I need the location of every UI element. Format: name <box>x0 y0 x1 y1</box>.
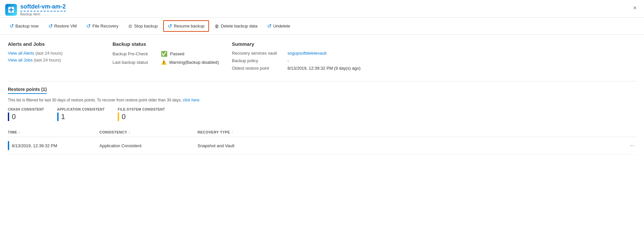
vault-value: sogupsoftdeletevault <box>287 51 326 56</box>
last-backup-status: Warning(Backup disabled) <box>169 60 219 65</box>
summary-section: Summary Recovery services vault sogupsof… <box>232 41 360 73</box>
title-bar: softdel-vm-am-2 Backup Item × <box>0 0 644 18</box>
policy-value: - <box>287 58 289 63</box>
time-header-label: TIME <box>8 130 17 134</box>
app-consistent-count: 1 <box>61 113 65 121</box>
summary-title: Summary <box>232 41 360 47</box>
app-consistent-label: APPLICATION CONSISTENT <box>57 108 105 111</box>
row-consistency-value: Application Consistent <box>99 143 142 148</box>
col-recovery-header[interactable]: RECOVERY TYPE ↑ <box>198 130 623 134</box>
last-backup-row: Last backup status ⚠️ Warning(Backup dis… <box>113 60 219 65</box>
backup-now-button[interactable]: ↺ Backup now <box>5 21 43 31</box>
row-recovery-cell: Snapshot and Vault <box>198 143 623 148</box>
warning-icon: ⚠️ <box>161 60 166 65</box>
col-time-header[interactable]: TIME ↕ <box>8 130 99 134</box>
stop-backup-label: Stop backup <box>134 24 158 28</box>
app-consistent-item: APPLICATION CONSISTENT 1 <box>57 108 105 121</box>
vault-row: Recovery services vault sogupsoftdeletev… <box>232 51 360 56</box>
app-bar-indicator <box>57 113 59 121</box>
recovery-sort-icon: ↑ <box>231 131 233 134</box>
table-header: TIME ↕ CONSISTENCY ↕ RECOVERY TYPE ↑ <box>8 128 636 137</box>
delete-backup-button[interactable]: 🗑 Delete backup data <box>210 21 262 31</box>
view-all-jobs-link[interactable]: View all Jobs (last 24 hours) <box>8 58 99 62</box>
vault-label: Recovery services vault <box>232 51 287 56</box>
backup-status-title: Backup status <box>113 41 219 47</box>
delete-backup-icon: 🗑 <box>215 24 219 29</box>
close-button[interactable]: × <box>631 4 639 12</box>
undelete-label: Undelete <box>273 24 290 28</box>
stop-backup-button[interactable]: ⊘ Stop backup <box>124 21 162 31</box>
title-text-block: softdel-vm-am-2 Backup Item <box>20 3 66 16</box>
restore-points-section: Restore points (1) This list is filtered… <box>8 87 636 154</box>
oldest-restore-value: 8/13/2019, 12:39:32 PM (9 day(s) ago) <box>287 66 360 71</box>
backup-now-label: Backup now <box>15 24 39 28</box>
consistency-sort-icon: ↕ <box>129 131 131 134</box>
app-icon <box>5 4 17 16</box>
consistency-bars: CRASH CONSISTENT 0 APPLICATION CONSISTEN… <box>8 108 636 121</box>
crash-bar-indicator <box>8 113 9 121</box>
oldest-restore-label: Oldest restore point <box>232 66 287 71</box>
file-recovery-button[interactable]: ↺ File Recovery <box>82 21 122 31</box>
restore-vm-label: Restore VM <box>54 24 77 28</box>
policy-row: Backup policy - <box>232 58 360 63</box>
click-here-link[interactable]: click here. <box>183 98 200 102</box>
consistency-header-label: CONSISTENCY <box>99 130 127 134</box>
recovery-header-label: RECOVERY TYPE <box>198 130 230 134</box>
view-all-alerts-link[interactable]: View all Alerts (last 24 hours) <box>8 51 99 56</box>
time-sort-icon: ↕ <box>18 131 20 134</box>
fs-consistent-label: FILE-SYSTEM CONSISTENT <box>118 108 165 111</box>
restore-vm-icon: ↺ <box>48 23 53 29</box>
restore-points-table: TIME ↕ CONSISTENCY ↕ RECOVERY TYPE ↑ 8/1… <box>8 128 636 154</box>
stop-backup-icon: ⊘ <box>128 23 132 29</box>
fs-consistent-count: 0 <box>122 113 126 121</box>
oldest-restore-row: Oldest restore point 8/13/2019, 12:39:32… <box>232 66 360 71</box>
delete-backup-label: Delete backup data <box>221 24 257 28</box>
last-backup-label: Last backup status <box>113 60 158 65</box>
policy-label: Backup policy <box>232 58 287 63</box>
toolbar: ↺ Backup now ↺ Restore VM ↺ File Recover… <box>0 18 644 35</box>
table-row: 8/13/2019, 12:39:32 PM Application Consi… <box>8 137 636 154</box>
summary-sections: Alerts and Jobs View all Alerts (last 24… <box>8 41 636 73</box>
pre-check-row: Backup Pre-Check ✅ Passed <box>113 51 219 57</box>
row-consistency-cell: Application Consistent <box>99 143 198 148</box>
row-recovery-value: Snapshot and Vault <box>198 143 235 148</box>
file-recovery-icon: ↺ <box>86 23 91 29</box>
row-time-cell: 8/13/2019, 12:39:32 PM <box>8 141 99 150</box>
passed-icon: ✅ <box>161 51 167 57</box>
row-actions-cell: ··· <box>623 142 636 149</box>
resume-backup-button[interactable]: ↺ Resume backup <box>163 20 209 32</box>
backup-status-section: Backup status Backup Pre-Check ✅ Passed … <box>113 41 219 73</box>
page-title: softdel-vm-am-2 <box>20 3 66 11</box>
undelete-button[interactable]: ↺ Undelete <box>263 21 294 31</box>
alerts-jobs-title: Alerts and Jobs <box>8 41 99 47</box>
alerts-jobs-section: Alerts and Jobs View all Alerts (last 24… <box>8 41 99 73</box>
col-consistency-header[interactable]: CONSISTENCY ↕ <box>99 130 198 134</box>
filter-info-text: This list is filtered for last 30 days o… <box>8 98 636 102</box>
backup-now-icon: ↺ <box>9 23 14 29</box>
vault-link[interactable]: sogupsoftdeletevault <box>287 51 326 56</box>
row-time-value: 8/13/2019, 12:39:32 PM <box>12 143 57 148</box>
row-actions-button[interactable]: ··· <box>628 142 636 149</box>
fs-consistent-item: FILE-SYSTEM CONSISTENT 0 <box>118 108 165 121</box>
resume-backup-label: Resume backup <box>174 24 204 28</box>
crash-consistent-count: 0 <box>12 113 16 121</box>
file-recovery-label: File Recovery <box>92 24 118 28</box>
row-indicator <box>8 141 9 150</box>
main-content: Alerts and Jobs View all Alerts (last 24… <box>0 35 644 161</box>
pre-check-label: Backup Pre-Check <box>113 51 158 56</box>
undelete-icon: ↺ <box>267 23 271 29</box>
fs-bar-indicator <box>118 113 119 121</box>
pre-check-status: Passed <box>170 51 184 56</box>
page-subtitle: Backup Item <box>20 12 66 16</box>
crash-consistent-label: CRASH CONSISTENT <box>8 108 44 111</box>
section-divider <box>8 81 636 81</box>
restore-points-header: Restore points (1) <box>8 87 47 94</box>
resume-backup-icon: ↺ <box>168 23 172 29</box>
restore-vm-button[interactable]: ↺ Restore VM <box>44 21 81 31</box>
crash-consistent-item: CRASH CONSISTENT 0 <box>8 108 44 121</box>
